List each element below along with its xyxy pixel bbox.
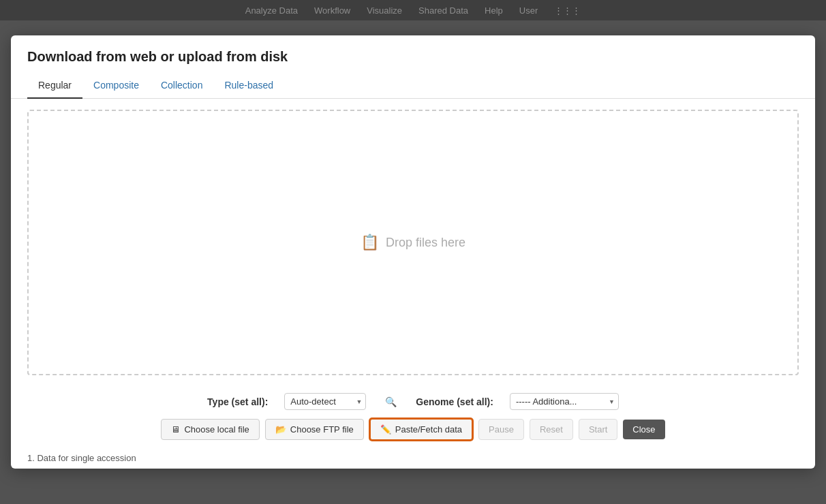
start-button[interactable]: Start xyxy=(579,419,617,440)
pause-label: Pause xyxy=(489,424,514,435)
tab-composite[interactable]: Composite xyxy=(82,73,150,99)
ftp-icon: 📂 xyxy=(275,424,286,435)
reset-label: Reset xyxy=(540,424,563,435)
modal-overlay: Download from web or upload from disk Re… xyxy=(0,0,826,504)
tab-bar: Regular Composite Collection Rule-based xyxy=(11,73,815,99)
genome-select[interactable]: ----- Additiona... xyxy=(510,393,619,410)
footer-text: 1. Data for single accession xyxy=(11,450,815,469)
drop-zone-text: Drop files here xyxy=(386,236,465,250)
action-buttons-row: 🖥 Choose local file 📂 Choose FTP file ✏️… xyxy=(27,418,799,441)
type-search-icon[interactable]: 🔍 xyxy=(382,395,399,409)
close-label: Close xyxy=(632,424,655,435)
reset-button[interactable]: Reset xyxy=(530,419,573,440)
tab-rule-based[interactable]: Rule-based xyxy=(213,73,284,99)
tab-regular[interactable]: Regular xyxy=(27,73,82,99)
drop-zone[interactable]: 📋 Drop files here xyxy=(27,110,799,375)
close-button[interactable]: Close xyxy=(623,420,664,439)
type-select[interactable]: Auto-detect BAM BED FASTA FASTQ VCF xyxy=(284,393,366,410)
genome-label: Genome (set all): xyxy=(416,396,493,407)
choose-ftp-file-button[interactable]: 📂 Choose FTP file xyxy=(265,419,364,440)
type-label: Type (set all): xyxy=(207,396,268,407)
paste-fetch-label: Paste/Fetch data xyxy=(395,424,462,435)
upload-modal: Download from web or upload from disk Re… xyxy=(11,35,815,469)
modal-title: Download from web or upload from disk xyxy=(11,35,815,65)
choose-local-label: Choose local file xyxy=(184,424,249,435)
paste-fetch-button[interactable]: ✏️ Paste/Fetch data xyxy=(369,418,473,441)
local-file-icon: 🖥 xyxy=(171,424,180,435)
pause-button[interactable]: Pause xyxy=(478,419,524,440)
bottom-controls: Type (set all): Auto-detect BAM BED FAST… xyxy=(11,386,815,450)
paste-icon: ✏️ xyxy=(380,424,391,435)
choose-local-file-button[interactable]: 🖥 Choose local file xyxy=(161,419,259,440)
genome-select-container: ----- Additiona... xyxy=(510,393,619,410)
type-select-container: Auto-detect BAM BED FASTA FASTQ VCF xyxy=(284,393,366,410)
drop-icon: 📋 xyxy=(361,234,379,251)
type-genome-row: Type (set all): Auto-detect BAM BED FAST… xyxy=(27,393,799,410)
start-label: Start xyxy=(589,424,607,435)
drop-zone-container: 📋 Drop files here xyxy=(11,99,815,386)
choose-ftp-label: Choose FTP file xyxy=(290,424,354,435)
tab-collection[interactable]: Collection xyxy=(150,73,213,99)
